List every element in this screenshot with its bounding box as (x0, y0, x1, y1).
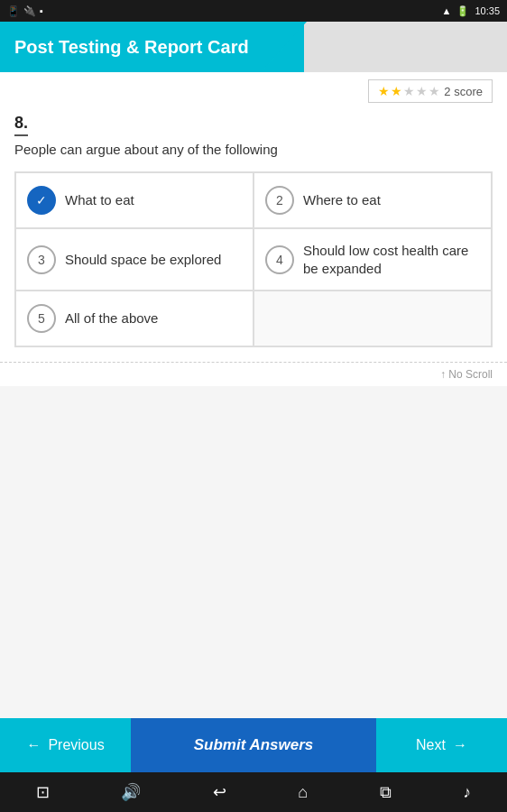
score-label: 2 score (444, 85, 483, 98)
star-1: ★ (378, 84, 390, 98)
option-1-number (27, 186, 56, 215)
star-4: ★ (416, 84, 428, 98)
bottom-navigation: Previous Submit Answers Next (0, 718, 507, 772)
battery-icon: 🔋 (456, 5, 469, 17)
option-1[interactable]: What to eat (15, 172, 254, 228)
question-text: People can argue about any of the follow… (14, 142, 493, 157)
next-arrow-icon (453, 737, 467, 753)
phone-icon: 📱 (7, 5, 20, 17)
star-5: ★ (429, 84, 440, 98)
star-3: ★ (403, 84, 415, 98)
question-number: 8. (14, 114, 28, 136)
status-icons-left: 📱 🔌 ▪ (7, 5, 43, 17)
option-4-label: Should low cost health care be expanded (303, 242, 480, 277)
option-3-number: 3 (27, 245, 56, 274)
option-2[interactable]: 2 Where to eat (254, 172, 492, 228)
submit-button[interactable]: Submit Answers (131, 718, 376, 772)
option-3-label: Should space be explored (65, 251, 221, 269)
option-5[interactable]: 5 All of the above (15, 291, 254, 346)
app-title: Post Testing & Report Card (14, 37, 249, 58)
volume-icon: 🔊 (121, 782, 141, 802)
battery-small-icon: ▪ (40, 5, 43, 16)
usb-icon: 🔌 (23, 5, 36, 17)
camera-icon: ⊡ (36, 782, 50, 802)
header-teal-bg: Post Testing & Report Card (0, 22, 307, 72)
previous-label: Previous (48, 737, 104, 753)
star-rating: ★ ★ ★ ★ ★ (378, 84, 440, 98)
previous-button[interactable]: Previous (0, 718, 131, 772)
option-4[interactable]: 4 Should low cost health care be expande… (254, 228, 492, 291)
score-badge: ★ ★ ★ ★ ★ 2 score (368, 79, 493, 103)
score-section: ★ ★ ★ ★ ★ 2 score (0, 72, 507, 106)
option-5-label: All of the above (65, 309, 158, 328)
back-icon[interactable]: ↩ (213, 782, 226, 802)
recents-icon[interactable]: ⧉ (380, 783, 392, 802)
submit-label: Submit Answers (194, 736, 314, 754)
status-bar: 📱 🔌 ▪ ▲ 🔋 10:35 (0, 0, 507, 22)
option-3[interactable]: 3 Should space be explored (15, 228, 254, 291)
sound-icon: ♪ (463, 783, 471, 802)
star-2: ★ (391, 84, 402, 98)
next-label: Next (416, 737, 446, 753)
option-5-number: 5 (27, 304, 56, 333)
time-display: 10:35 (475, 5, 500, 16)
option-1-label: What to eat (65, 191, 134, 209)
option-2-label: Where to eat (303, 191, 381, 209)
option-empty (254, 291, 492, 346)
question-area: 8. People can argue about any of the fol… (0, 106, 507, 362)
home-icon[interactable]: ⌂ (298, 783, 308, 802)
app-header: Post Testing & Report Card 8/8 (0, 22, 507, 72)
options-grid: What to eat 2 Where to eat 3 Should spac… (14, 171, 493, 347)
option-2-number: 2 (265, 186, 294, 215)
device-bottom-bar: ⊡ 🔊 ↩ ⌂ ⧉ ♪ (0, 772, 507, 812)
no-scroll-note: ↑ No Scroll (0, 362, 507, 386)
wifi-icon: ▲ (442, 5, 452, 16)
option-4-number: 4 (265, 245, 294, 274)
next-button[interactable]: Next (376, 718, 507, 772)
previous-arrow-icon (26, 737, 41, 753)
status-icons-right: ▲ 🔋 10:35 (442, 5, 500, 17)
